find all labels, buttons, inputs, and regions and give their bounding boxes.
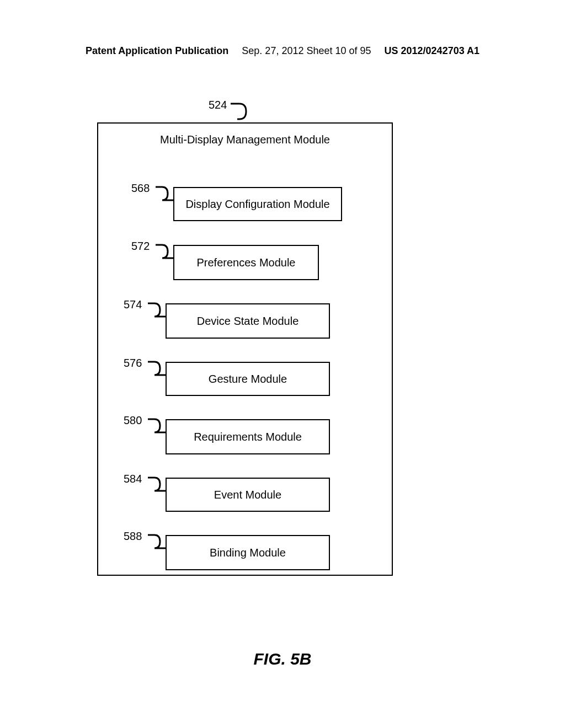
ref-number-588: 588 <box>124 530 142 543</box>
module-label: Device State Module <box>197 315 299 328</box>
outer-reference-number: 524 <box>209 99 227 111</box>
header-date-sheet: Sep. 27, 2012 Sheet 10 of 95 <box>242 45 371 57</box>
leader-hook-icon <box>147 300 167 322</box>
figure-caption: FIG. 5B <box>0 650 565 668</box>
module-box-gesture: Gesture Module <box>166 362 330 396</box>
module-box-device-state: Device State Module <box>166 303 330 339</box>
leader-hook-icon <box>147 474 167 496</box>
main-diagram-box: Multi-Display Management Module 568 Disp… <box>97 122 393 576</box>
module-label: Display Configuration Module <box>185 198 329 211</box>
diagram-title: Multi-Display Management Module <box>98 133 392 146</box>
leader-hook-icon <box>147 358 167 381</box>
module-box-event: Event Module <box>166 478 330 512</box>
leader-hook-icon <box>147 416 167 438</box>
module-box-binding: Binding Module <box>166 535 330 570</box>
module-box-requirements: Requirements Module <box>166 419 330 454</box>
module-label: Requirements Module <box>194 431 302 443</box>
header-pub-number: US 2012/0242703 A1 <box>385 45 479 57</box>
module-label: Event Module <box>214 489 281 501</box>
ref-number-574: 574 <box>124 298 142 311</box>
ref-number-576: 576 <box>124 357 142 370</box>
module-label: Binding Module <box>210 547 286 559</box>
ref-number-572: 572 <box>131 240 150 253</box>
module-box-display-config: Display Configuration Module <box>173 187 342 221</box>
page-header: Patent Application Publication Sep. 27, … <box>0 45 565 57</box>
leader-hook-icon <box>154 242 174 264</box>
module-box-preferences: Preferences Module <box>173 245 319 280</box>
module-label: Gesture Module <box>209 373 287 386</box>
leader-hook-icon <box>147 532 167 554</box>
ref-number-568: 568 <box>131 182 150 195</box>
ref-number-584: 584 <box>124 473 142 485</box>
header-publication: Patent Application Publication <box>86 45 228 57</box>
leader-hook-icon <box>154 184 174 206</box>
ref-number-580: 580 <box>124 414 142 427</box>
module-label: Preferences Module <box>197 256 296 269</box>
